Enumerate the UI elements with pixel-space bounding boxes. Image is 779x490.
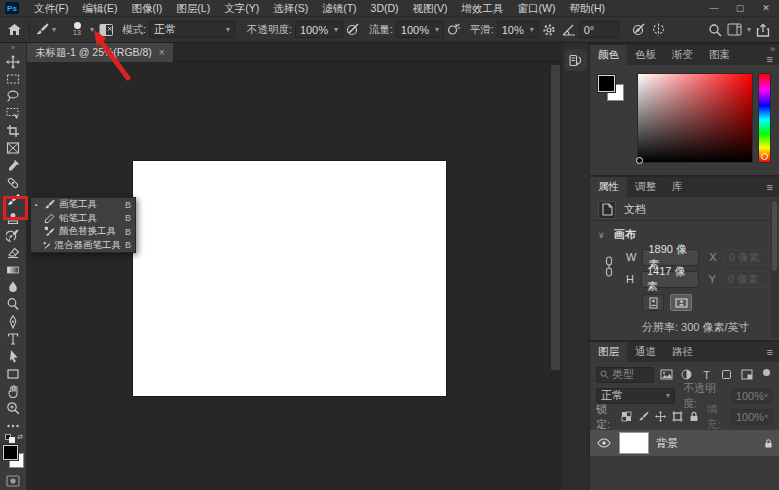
minimize-button[interactable]: — [701, 0, 727, 17]
tool-preset-picker[interactable]: ▾ [35, 17, 58, 43]
brush-angle-input[interactable]: 0° [579, 21, 619, 38]
menu-image[interactable]: 图像(I) [124, 0, 169, 17]
menu-help[interactable]: 帮助(H) [563, 0, 613, 17]
flyout-item-mixer-brush-tool[interactable]: 混合器画笔工具 B [31, 239, 135, 253]
hand-tool[interactable] [1, 382, 25, 399]
tab-adjustments[interactable]: 调整 [627, 177, 664, 197]
menu-select[interactable]: 选择(S) [266, 0, 315, 17]
lasso-tool[interactable] [1, 88, 25, 105]
opacity-pressure-icon[interactable] [343, 20, 363, 40]
menu-layer[interactable]: 图层(L) [169, 0, 217, 17]
tab-layers[interactable]: 图层 [590, 342, 627, 362]
size-pressure-icon[interactable] [629, 20, 649, 40]
history-panel-icon[interactable] [565, 49, 587, 71]
maximize-button[interactable]: ▢ [727, 0, 753, 17]
airbrush-icon[interactable] [444, 20, 464, 40]
filter-smart-objects-icon[interactable] [739, 367, 754, 382]
opacity-select[interactable]: 100% ▾ [295, 21, 343, 38]
layer-lock-icon[interactable] [764, 438, 773, 449]
history-brush-tool[interactable] [1, 226, 25, 243]
canvas-section-header[interactable]: ∨ 画布 [590, 221, 779, 244]
ps-logo-icon[interactable]: Ps [5, 2, 19, 14]
landscape-orientation-icon[interactable] [670, 294, 692, 311]
fill-select[interactable]: 100% ▾ [731, 409, 773, 425]
scrollbar-thumb[interactable] [551, 65, 560, 370]
paint-symmetry-icon[interactable] [649, 20, 669, 40]
frame-tool[interactable] [1, 140, 25, 157]
x-input[interactable]: 0 像素 [723, 249, 769, 266]
eyedropper-tool[interactable] [1, 157, 25, 174]
quick-mask-button[interactable] [1, 473, 25, 490]
tab-swatches[interactable]: 色板 [627, 45, 664, 65]
rectangular-marquee-tool[interactable] [1, 70, 25, 87]
tab-channels[interactable]: 通道 [627, 342, 664, 362]
layer-name[interactable]: 背景 [656, 436, 678, 451]
flow-select[interactable]: 100% ▾ [396, 21, 444, 38]
menu-type[interactable]: 文字(Y) [217, 0, 266, 17]
tab-properties[interactable]: 属性 [590, 177, 627, 197]
layer-row-background[interactable]: 背景 [590, 430, 779, 456]
tab-close-icon[interactable]: × [159, 47, 165, 58]
panel-menu-icon[interactable]: ≡ [767, 346, 773, 358]
link-dimensions-icon[interactable] [604, 256, 614, 278]
lock-position-icon[interactable] [655, 411, 666, 422]
default-swap-colors-icon[interactable]: ⇄ [1, 434, 25, 443]
menu-filter[interactable]: 滤镜(T) [315, 0, 363, 17]
foreground-color-swatch[interactable] [598, 75, 615, 92]
chevron-down-icon[interactable]: ▾ [747, 25, 751, 34]
panel-menu-icon[interactable]: ≡ [767, 53, 773, 65]
zoom-tool[interactable] [1, 400, 25, 417]
layer-opacity-select[interactable]: 100% ▾ [731, 388, 773, 404]
lock-all-icon[interactable] [689, 411, 699, 422]
tab-libraries[interactable]: 库 [664, 177, 691, 197]
object-selection-tool[interactable] [1, 105, 25, 122]
flyout-item-pencil-tool[interactable]: 铅笔工具 B [31, 212, 135, 226]
search-icon[interactable] [705, 20, 725, 40]
tab-patterns[interactable]: 图案 [701, 45, 738, 65]
filter-toggle-icon[interactable] [763, 369, 770, 376]
vertical-scrollbar[interactable] [550, 65, 561, 490]
saturation-brightness-field[interactable] [637, 73, 753, 163]
menu-edit[interactable]: 编辑(E) [75, 0, 124, 17]
share-icon[interactable] [753, 20, 773, 40]
type-tool[interactable] [1, 330, 25, 347]
layer-visibility-eye-icon[interactable] [596, 438, 612, 448]
layer-thumbnail[interactable] [619, 432, 649, 454]
filter-pixel-layers-icon[interactable] [659, 367, 674, 382]
tab-paths[interactable]: 路径 [664, 342, 701, 362]
document-canvas[interactable] [133, 161, 446, 396]
smoothing-select[interactable]: 10% ▾ [497, 21, 539, 38]
home-icon[interactable] [4, 20, 24, 40]
gear-icon[interactable] [539, 20, 559, 40]
tab-gradients[interactable]: 渐变 [664, 45, 701, 65]
close-button[interactable]: ✕ [753, 0, 779, 17]
dodge-tool[interactable] [1, 296, 25, 313]
move-tool[interactable] [1, 53, 25, 70]
y-input[interactable]: 0 像素 [722, 271, 769, 288]
menu-file[interactable]: 文件(F) [27, 0, 75, 17]
tab-color[interactable]: 颜色 [590, 45, 627, 65]
rectangle-tool[interactable] [1, 365, 25, 382]
pasteboard[interactable] [27, 62, 562, 490]
edit-toolbar-icon[interactable] [1, 417, 25, 434]
menu-view[interactable]: 视图(V) [406, 0, 455, 17]
flyout-item-color-replacement-tool[interactable]: 颜色替换工具 B [31, 225, 135, 239]
panel-menu-icon[interactable]: ≡ [767, 181, 773, 193]
portrait-orientation-icon[interactable] [642, 294, 664, 311]
blur-tool[interactable] [1, 278, 25, 295]
menu-plugins[interactable]: 增效工具 [455, 0, 511, 17]
width-input[interactable]: 1890 像素 [642, 249, 699, 266]
lock-pixels-icon[interactable] [638, 411, 649, 422]
toolbar-collapse-icon[interactable]: » [11, 43, 15, 53]
crop-tool[interactable] [1, 122, 25, 139]
menu-3d[interactable]: 3D(D) [364, 0, 406, 17]
foreground-color-swatch[interactable] [3, 445, 18, 460]
path-selection-tool[interactable] [1, 348, 25, 365]
gradient-tool[interactable] [1, 261, 25, 278]
flyout-item-brush-tool[interactable]: ▪ 画笔工具 B [31, 198, 135, 212]
color-field-cursor[interactable] [636, 157, 643, 164]
eraser-tool[interactable] [1, 244, 25, 261]
workspace-switcher-icon[interactable] [725, 20, 745, 40]
pen-tool[interactable] [1, 313, 25, 330]
menu-window[interactable]: 窗口(W) [511, 0, 563, 17]
